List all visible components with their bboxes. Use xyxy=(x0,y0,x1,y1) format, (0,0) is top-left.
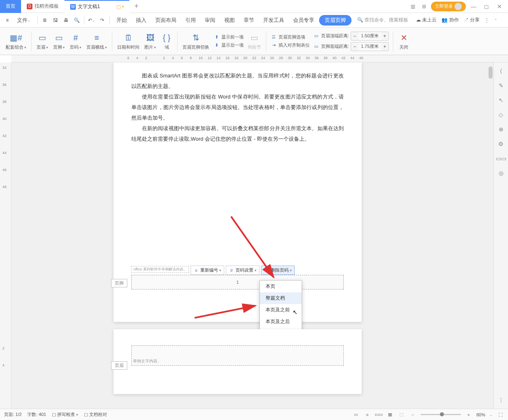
share-button[interactable]: ↗ 分享 xyxy=(464,17,480,24)
menu-icon[interactable]: ≡ xyxy=(2,15,12,25)
document-page-2[interactable]: 举例文字内容。 页眉 xyxy=(114,329,362,394)
zoom-out-icon[interactable]: − xyxy=(409,411,416,418)
sidebar-shape-icon[interactable]: ◇ xyxy=(497,110,506,119)
sidebar-help-icon[interactable]: ◎ xyxy=(497,169,506,178)
view-print-icon[interactable]: ▭ xyxy=(352,411,360,418)
print-icon[interactable]: 🖶 xyxy=(61,15,71,25)
ribbon-show-next[interactable]: ⬇显示后一项 xyxy=(213,42,244,49)
ribbon-picture[interactable]: 🖼图片▾ xyxy=(142,28,159,55)
tab-home[interactable]: 首页 xyxy=(0,0,21,13)
delete-pagenum-button[interactable]: ✕删除页码 ▾ xyxy=(261,266,295,275)
vertical-scrollbar[interactable] xyxy=(488,62,493,409)
zoom-knob[interactable] xyxy=(440,412,444,416)
spinner-plus[interactable]: + xyxy=(381,43,388,51)
status-words[interactable]: 字数: 401 xyxy=(27,411,46,418)
tab-references[interactable]: 引用 xyxy=(181,13,200,28)
sidebar-read-icon[interactable]: ▭▭ xyxy=(497,154,506,163)
tab-view[interactable]: 视图 xyxy=(220,13,239,28)
footer-field[interactable]: 1 xyxy=(131,275,344,289)
new-icon[interactable]: 🗎 xyxy=(40,15,50,25)
dropdown-item-after[interactable]: 本页及之后 xyxy=(260,316,302,328)
zoom-in-icon[interactable]: + xyxy=(465,411,472,418)
dropdown-item-before[interactable]: 本页及之前 xyxy=(260,304,302,316)
status-spell[interactable]: ▢ 拼写检查 ▾ xyxy=(52,411,78,418)
horizontal-ruler[interactable]: 6 4 2 2 4 6 8 10 12 14 16 18 20 22 24 26… xyxy=(11,55,508,62)
tab-devtools[interactable]: 开发工具 xyxy=(259,13,288,28)
command-search[interactable]: 🔍 查找命令、搜索模板 xyxy=(357,17,408,24)
tab-start[interactable]: 开始 xyxy=(112,13,131,28)
tab-member[interactable]: 会员专享 xyxy=(289,13,318,28)
cloud-status[interactable]: ☁ 未上云 xyxy=(416,17,437,24)
tab-template[interactable]: D 找稻壳模板 xyxy=(21,0,64,13)
ribbon-switch[interactable]: ⇅页眉页脚切换 xyxy=(180,28,212,55)
view-read-icon[interactable]: ▭▭ xyxy=(375,411,382,418)
status-right: ▭ ≡ ▭▭ ▦ ⬚ − + 80% ⌄ ⛶ xyxy=(352,411,504,418)
more-icon[interactable]: ⋮ xyxy=(484,17,489,23)
sidebar-tools-icon[interactable]: ⚙ xyxy=(497,139,506,148)
header-distance-spinner[interactable]: − 1.50厘米 + xyxy=(351,32,389,41)
sidebar-edit-icon[interactable]: ✎ xyxy=(497,81,506,90)
zoom-slider[interactable] xyxy=(420,414,461,415)
tab-header-footer[interactable]: 页眉页脚 xyxy=(319,15,352,26)
redo-icon[interactable]: ↷ xyxy=(97,15,107,25)
vertical-ruler[interactable]: 34 36 38 40 42 44 46 48 2 4 xyxy=(0,62,11,409)
tab-page-layout[interactable]: 页面布局 xyxy=(151,13,180,28)
tab-document[interactable]: W 文字文稿1 ▢ • xyxy=(64,0,129,13)
ribbon-header[interactable]: ▭页眉▾ xyxy=(34,28,51,55)
collapse-ribbon-icon[interactable]: ⌃ xyxy=(494,18,497,22)
status-proof[interactable]: ▢ 文档校对 xyxy=(84,411,107,418)
ribbon-show-prev[interactable]: ⬆显示前一项 xyxy=(213,34,244,41)
footer-distance-row: ▭ 页脚底端距离: − 1.75厘米 + xyxy=(313,42,389,51)
footer-distance-spinner[interactable]: − 1.75厘米 + xyxy=(351,42,389,51)
paragraph: 图表或 SmartArt 图形将会更改以匹配新的主题。当应用样式时，您的标题会进… xyxy=(131,71,344,92)
zoom-value[interactable]: 80% xyxy=(476,412,485,417)
login-button[interactable]: 立即登录 xyxy=(431,2,466,11)
ribbon-same-section[interactable]: ▭同前节 xyxy=(245,28,264,55)
minimize-button[interactable]: — xyxy=(468,1,479,12)
sidebar-ai-icon[interactable]: ⊕ xyxy=(497,125,506,134)
datetime-icon: 🗓 xyxy=(123,32,134,43)
spinner-minus[interactable]: − xyxy=(351,43,358,51)
pagenum-settings-button[interactable]: #页码设置 ▾ xyxy=(226,266,259,275)
ribbon-field[interactable]: { }域 xyxy=(159,28,175,55)
sidebar-expand-icon[interactable]: ⟨ xyxy=(497,66,506,75)
same-icon: ▭ xyxy=(249,32,260,43)
spinner-minus[interactable]: − xyxy=(351,32,358,40)
document-page-1[interactable]: 图表或 SmartArt 图形将会更改以匹配新的主题。当应用样式时，您的标题会进… xyxy=(114,62,362,322)
view-focus-icon[interactable]: ⬚ xyxy=(398,411,405,418)
save-icon[interactable]: 🖫 xyxy=(51,15,60,25)
apps-icon[interactable]: ⊞ xyxy=(420,2,429,11)
ribbon-pagenum[interactable]: #页码▾ xyxy=(67,28,84,55)
undo-icon[interactable]: ↶ ⌄ xyxy=(87,15,96,25)
preview-icon[interactable]: 🔍 xyxy=(72,15,81,25)
ribbon-hf-options[interactable]: ☰页眉页脚选项 xyxy=(270,34,310,41)
ribbon-combo[interactable]: ▦#配套组合▾ xyxy=(3,28,29,55)
header-field[interactable]: 举例文字内容。 xyxy=(131,345,344,366)
dropdown-item-whole-doc[interactable]: 整篇文档 xyxy=(260,292,302,304)
sidebar-more-icon[interactable]: ⋮ xyxy=(497,396,506,405)
tab-review[interactable]: 审阅 xyxy=(201,13,219,28)
spinner-plus[interactable]: + xyxy=(381,32,388,40)
ribbon-header-line[interactable]: ≡页眉横线▾ xyxy=(84,28,109,55)
tab-add[interactable]: + xyxy=(129,0,144,13)
close-button[interactable]: ✕ xyxy=(494,1,505,12)
ribbon-insert-align[interactable]: ⇥插入对齐制表位 xyxy=(270,42,310,49)
maximize-button[interactable]: ◻ xyxy=(481,1,492,12)
ribbon-footer[interactable]: ▭页脚▾ xyxy=(51,28,67,55)
fullscreen-icon[interactable]: ⛶ xyxy=(497,411,504,418)
view-web-icon[interactable]: ▦ xyxy=(386,411,394,418)
collab-button[interactable]: 👥 协作 xyxy=(442,17,459,24)
tab-chapter[interactable]: 章节 xyxy=(240,13,258,28)
file-menu[interactable]: 文件 ⌄ xyxy=(13,13,35,28)
ribbon-datetime[interactable]: 🗓日期和时间 xyxy=(115,28,142,55)
status-page[interactable]: 页面: 1/2 xyxy=(4,411,21,418)
layout-icon[interactable]: ▥ xyxy=(408,2,417,11)
scrollbar-thumb[interactable] xyxy=(489,66,493,79)
ribbon-close[interactable]: ✕关闭 xyxy=(396,28,412,55)
renumber-button[interactable]: ≡重新编号 ▾ xyxy=(191,266,224,275)
sidebar-select-icon[interactable]: ↖ xyxy=(497,96,506,105)
dropdown-item-this-page[interactable]: 本页 xyxy=(260,281,302,292)
view-outline-icon[interactable]: ≡ xyxy=(364,411,371,418)
zoom-dropdown-icon[interactable]: ⌄ xyxy=(489,413,493,417)
tab-insert[interactable]: 插入 xyxy=(132,13,150,28)
